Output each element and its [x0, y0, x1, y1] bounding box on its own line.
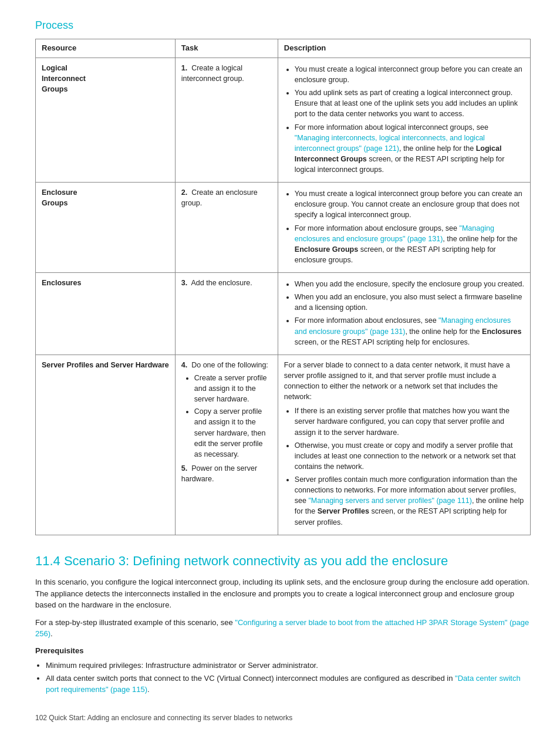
task-cell: 1. Create a logical interconnect group.: [175, 58, 278, 182]
list-item: When you add an enclosure, you also must…: [295, 292, 524, 313]
server-profiles-link[interactable]: "Managing servers and server profiles" (…: [308, 497, 471, 505]
list-item: If there is an existing server profile t…: [295, 406, 524, 437]
task-cell: 4. Do one of the following: Create a ser…: [175, 355, 278, 535]
prerequisites-list: Minimum required privileges: Infrastruct…: [35, 660, 531, 696]
enclosures-link[interactable]: "Managing enclosures and enclosure group…: [295, 316, 511, 335]
step5-text: 5. Power on the server hardware.: [181, 463, 272, 484]
footer-text: 102 Quick Start: Adding an enclosure and…: [35, 713, 531, 723]
resource-cell: Server Profiles and Server Hardware: [36, 355, 176, 535]
task-cell: 2. Create an enclosure group.: [175, 183, 278, 273]
list-item: When you add the enclosure, specify the …: [295, 279, 524, 289]
table-row: Enclosures 3. Add the enclosure. When yo…: [36, 273, 531, 355]
lig-link[interactable]: "Managing interconnects, logical interco…: [295, 134, 485, 153]
desc-intro: For a server blade to connect to a data …: [284, 360, 524, 403]
resource-cell: LogicalInterconnectGroups: [36, 58, 176, 182]
resource-cell: Enclosures: [36, 273, 176, 355]
col-header-description: Description: [278, 39, 530, 58]
col-header-resource: Resource: [36, 39, 176, 58]
step-number: 1.: [181, 64, 187, 72]
prerequisites-heading: Prerequisites: [35, 646, 531, 657]
table-row: EnclosureGroups 2. Create an enclosure g…: [36, 183, 531, 273]
dc-switch-link[interactable]: "Data center switch port requirements" (…: [46, 674, 521, 694]
list-item: Server profiles contain much more config…: [295, 474, 524, 528]
table-row: LogicalInterconnectGroups 1. Create a lo…: [36, 58, 531, 182]
resource-cell: EnclosureGroups: [36, 183, 176, 273]
list-item: You must create a logical interconnect g…: [295, 188, 524, 220]
list-item: You must create a logical interconnect g…: [295, 64, 524, 85]
list-item: Minimum required privileges: Infrastruct…: [46, 660, 531, 671]
description-cell: For a server blade to connect to a data …: [278, 355, 530, 535]
list-item: All data center switch ports that connec…: [46, 673, 531, 696]
eg-link[interactable]: "Managing enclosures and enclosure group…: [295, 224, 494, 243]
list-item: For more information about logical inter…: [295, 122, 524, 175]
step-number: 4.: [181, 361, 187, 369]
table-row: Server Profiles and Server Hardware 4. D…: [36, 355, 531, 535]
step-number: 2.: [181, 188, 187, 197]
list-item: For more information about enclosures, s…: [295, 315, 524, 347]
scenario-body2: For a step-by-step illustrated example o…: [35, 617, 531, 640]
process-table: Resource Task Description LogicalInterco…: [35, 39, 531, 535]
description-cell: You must create a logical interconnect g…: [278, 58, 530, 182]
task-cell: 3. Add the enclosure.: [175, 273, 278, 355]
scenario-body2-prefix: For a step-by-step illustrated example o…: [35, 618, 235, 627]
description-cell: When you add the enclosure, specify the …: [278, 273, 530, 355]
step-number: 3.: [181, 279, 187, 287]
list-item: You add uplink sets as part of creating …: [295, 87, 524, 119]
col-header-task: Task: [175, 39, 278, 58]
list-item: Copy a server profile and assign it to t…: [194, 406, 272, 460]
scenario-title: 11.4 Scenario 3: Defining network connec…: [35, 553, 531, 570]
list-item: For more information about enclosure gro…: [295, 223, 524, 266]
list-item: Otherwise, you must create or copy and m…: [295, 440, 524, 472]
process-title: Process: [35, 18, 531, 33]
list-item: Create a server profile and assign it to…: [194, 373, 272, 404]
scenario-body1: In this scenario, you configure the logi…: [35, 576, 531, 611]
scenario-body2-suffix: .: [50, 629, 53, 638]
description-cell: You must create a logical interconnect g…: [278, 183, 530, 273]
